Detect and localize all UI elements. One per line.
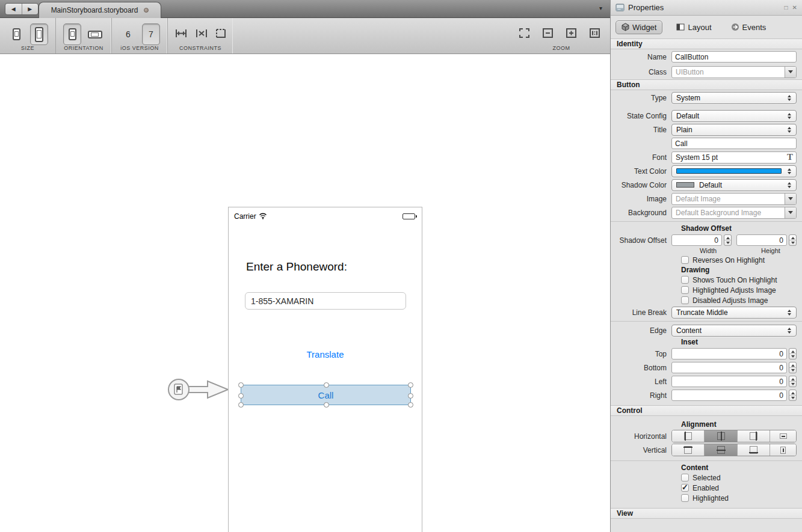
enabled-row: Enabled [611, 483, 802, 493]
orientation-landscape-button[interactable] [86, 23, 104, 45]
disabled-adjusts-checkbox[interactable] [681, 296, 689, 304]
inset-left-input[interactable] [671, 376, 787, 387]
resize-constraint-icon[interactable] [216, 29, 226, 40]
class-label: Class [611, 68, 671, 76]
selection-handle-top-left[interactable] [238, 382, 244, 388]
background-combo[interactable]: Default Background Image [671, 207, 797, 219]
shows-touch-checkbox[interactable] [681, 276, 689, 284]
events-arrow-icon [731, 23, 739, 31]
tab-layout-label: Layout [688, 23, 711, 32]
properties-panel-header: Properties □ ✕ [611, 0, 802, 16]
shadow-width-input[interactable] [671, 234, 722, 246]
ios6-button[interactable]: 6 [119, 23, 137, 45]
highlighted-label: Highlighted [692, 494, 729, 503]
orientation-portrait-button[interactable] [63, 23, 81, 45]
align-left-button[interactable] [672, 430, 705, 442]
image-combo[interactable]: Default Image [671, 193, 797, 205]
edge-popup[interactable]: Content [671, 325, 797, 337]
class-combo[interactable]: UIButton [671, 66, 797, 78]
selected-checkbox[interactable] [681, 474, 689, 482]
design-canvas[interactable]: Carrier Enter a Phoneword: Translate Cal… [0, 55, 610, 532]
name-input[interactable] [671, 51, 797, 63]
background-dropdown-icon[interactable] [785, 207, 796, 218]
state-config-popup[interactable]: Default [671, 110, 797, 122]
remove-constraint-icon[interactable] [196, 29, 208, 40]
class-dropdown-icon[interactable] [785, 67, 796, 78]
selection-handle-bottom-center[interactable] [324, 402, 329, 408]
add-width-constraint-icon[interactable] [175, 29, 187, 40]
tab-events[interactable]: Events [726, 21, 772, 34]
phoneword-prompt-label[interactable]: Enter a Phoneword: [246, 260, 347, 274]
align-middle-button[interactable] [705, 444, 737, 456]
shadow-offset-sublabels: Width Height [611, 247, 802, 255]
ios7-button[interactable]: 7 [142, 23, 160, 45]
panel-restore-icon[interactable]: □ [785, 4, 788, 11]
tab-list-dropdown-icon[interactable]: ▾ [599, 5, 602, 11]
zoom-actual-size-icon[interactable] [590, 28, 600, 40]
inset-top-stepper[interactable] [789, 348, 797, 359]
phone-tall-icon [35, 27, 43, 42]
align-fill-button[interactable] [770, 430, 796, 442]
zoom-fit-icon[interactable] [519, 28, 529, 40]
panel-close-icon[interactable]: ✕ [792, 4, 797, 11]
inset-left-stepper[interactable] [789, 376, 797, 387]
align-bottom-button[interactable] [738, 444, 770, 456]
zoom-out-icon[interactable] [543, 28, 553, 40]
zoom-group: ZOOM [512, 18, 611, 54]
selection-handle-top-right[interactable] [408, 382, 413, 388]
shadow-color-popup[interactable]: Default [671, 179, 797, 191]
inset-bottom-stepper[interactable] [789, 362, 797, 373]
selection-handle-top-center[interactable] [324, 382, 329, 388]
reverses-on-highlight-checkbox[interactable] [681, 256, 689, 264]
popup-arrows-icon [785, 328, 794, 334]
translate-button[interactable]: Translate [229, 349, 422, 359]
align-right-button[interactable] [738, 430, 770, 442]
shadow-height-stepper[interactable] [789, 234, 797, 246]
align-top-button[interactable] [672, 444, 705, 456]
align-vfill-button[interactable] [770, 444, 796, 456]
popup-arrows-icon [785, 127, 794, 133]
image-label: Image [611, 195, 671, 203]
call-button-selected[interactable]: Call [241, 385, 411, 405]
state-config-value: Default [676, 112, 785, 120]
selection-handle-bottom-right[interactable] [408, 402, 413, 408]
tab-mainstoryboard[interactable]: MainStoryboard.storyboard [39, 2, 161, 18]
horizontal-alignment-row: Horizontal [611, 429, 802, 443]
text-color-popup[interactable] [671, 165, 797, 177]
back-button[interactable]: ◀ [5, 4, 22, 14]
highlighted-adjusts-checkbox[interactable] [681, 286, 689, 294]
highlighted-checkbox[interactable] [681, 494, 689, 502]
font-picker-icon[interactable]: T [785, 152, 796, 162]
enabled-checkbox[interactable] [681, 484, 689, 492]
forward-button[interactable]: ▶ [22, 4, 39, 14]
align-right-icon [750, 432, 757, 440]
selection-handle-mid-right[interactable] [408, 393, 413, 399]
line-break-row: Line Break Truncate Middle [611, 305, 802, 319]
phoneword-input[interactable] [245, 292, 406, 310]
line-break-popup[interactable]: Truncate Middle [671, 307, 797, 319]
font-field[interactable]: System 15 pt T [671, 151, 797, 164]
horizontal-label: Horizontal [611, 432, 671, 441]
properties-panel: Properties □ ✕ Widget Layout Events Iden… [611, 0, 802, 532]
selection-handle-mid-left[interactable] [238, 393, 244, 399]
zoom-in-icon[interactable] [566, 28, 576, 40]
align-center-button[interactable] [705, 430, 737, 442]
type-popup[interactable]: System [671, 92, 797, 104]
tab-widget[interactable]: Widget [615, 20, 662, 34]
selection-handle-bottom-left[interactable] [238, 402, 244, 408]
inset-top-input[interactable] [671, 348, 787, 359]
inset-right-input[interactable] [671, 390, 787, 401]
title-text-input[interactable] [671, 138, 797, 149]
title-mode-popup[interactable]: Plain [671, 124, 797, 136]
selected-row: Selected [611, 472, 802, 483]
shadow-width-stepper[interactable] [724, 234, 732, 246]
image-dropdown-icon[interactable] [785, 194, 796, 204]
size-4-inch-button[interactable] [30, 23, 48, 45]
entry-point-arrow-icon[interactable] [167, 376, 230, 405]
inset-bottom-input[interactable] [671, 362, 787, 373]
tab-layout[interactable]: Layout [671, 21, 717, 34]
view-controller-surface[interactable]: Carrier Enter a Phoneword: Translate Cal… [228, 207, 422, 532]
shadow-height-input[interactable] [736, 234, 787, 246]
size-3-5-inch-button[interactable] [7, 23, 25, 45]
inset-right-stepper[interactable] [789, 390, 797, 401]
